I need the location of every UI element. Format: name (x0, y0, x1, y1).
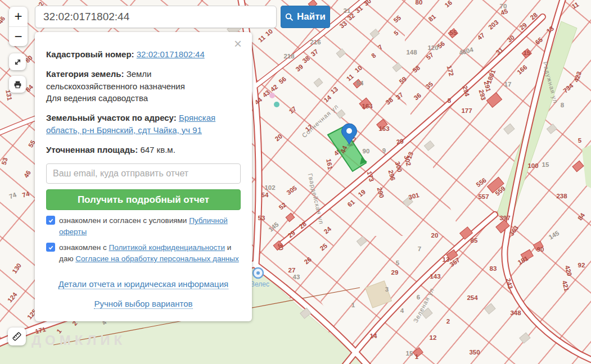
check-icon (48, 244, 54, 251)
map-label: 21 (344, 7, 351, 14)
map-label: 397 (499, 215, 510, 221)
map-label: 102 (264, 184, 275, 191)
map-label: 6 (417, 294, 420, 301)
map-label: 90 (363, 148, 370, 154)
map-label: 29 (396, 138, 404, 145)
checkbox-privacy[interactable] (46, 243, 55, 252)
map-label: 8 (448, 97, 452, 104)
report-details-link[interactable]: Детали отчета и юридическая информация (58, 279, 228, 289)
search-input[interactable] (35, 6, 277, 28)
parcel-info-panel: × Кадастровый номер: 32:02:0171802:44 Ка… (35, 32, 252, 321)
cadastral-number-link[interactable]: 32:02:0171802:44 (137, 49, 205, 59)
map-label: 177 (461, 107, 472, 114)
close-icon[interactable]: × (231, 37, 245, 51)
ruler-icon (11, 331, 22, 342)
map-label: 5 (578, 137, 582, 144)
map-label: 17 (504, 81, 512, 88)
agreement-offer-text: ознакомлен и согласен с условиями (59, 216, 187, 225)
print-button[interactable] (9, 76, 26, 93)
personal-data-consent-link[interactable]: Согласие на обработку персональных данны… (75, 254, 239, 263)
address-label: Земельный участок по адресу: (46, 113, 177, 122)
land-use-value: Для ведения садоводства (46, 93, 148, 103)
zoom-controls: + − (9, 7, 28, 46)
map-label: 54 (261, 192, 269, 198)
land-category-row: Категория земель: Земли сельскохозяйстве… (46, 68, 241, 104)
cadastral-number-label: Кадастровый номер: (46, 49, 134, 59)
map-label: 53 (258, 215, 265, 221)
map-label: 7 (418, 245, 421, 252)
get-report-button[interactable]: Получить подробный отчет (46, 189, 241, 210)
poi-dot-teal (274, 102, 279, 107)
map-label: 43 (293, 274, 300, 280)
map-label: 218 (283, 53, 295, 60)
agreement-privacy-text: ознакомлен с (59, 243, 107, 252)
search-button[interactable]: Найти (281, 6, 330, 28)
map-label: 15 (542, 161, 549, 168)
measure-button[interactable] (8, 327, 26, 345)
map-label: 148 (406, 49, 417, 56)
map-label: 29 (391, 269, 399, 276)
zoom-in-button[interactable]: + (9, 7, 28, 26)
map-label: 14 (370, 333, 377, 339)
map-label: 54 (357, 80, 364, 87)
map-label: 5 (396, 260, 400, 266)
map-label: 4 (400, 307, 404, 314)
search-icon (285, 13, 294, 21)
agreement-privacy-row: ознакомлен с Политикой конфиденциальност… (46, 242, 241, 264)
map-label: 100 (527, 162, 538, 169)
search-bar: Найти (35, 6, 330, 28)
search-button-label: Найти (297, 11, 326, 22)
map-label: 85 (471, 237, 478, 244)
privacy-policy-link[interactable]: Политикой конфиденциальности (109, 243, 225, 252)
map-label: 80 (416, 0, 423, 6)
map-label: 216 (310, 39, 321, 46)
map-label: 83 (490, 265, 497, 272)
map-label: 350 (469, 349, 480, 356)
land-category-label: Категория земель: (46, 69, 124, 79)
email-field[interactable] (46, 163, 241, 184)
watermark: ДОМКЛИК (31, 333, 126, 348)
map-label: 254 (467, 294, 478, 301)
check-icon (48, 217, 54, 224)
map-label: 1 (415, 353, 419, 360)
print-icon (13, 80, 22, 89)
fullscreen-button[interactable] (9, 53, 26, 70)
map-label: 3 (385, 286, 389, 293)
map-label: 238 (556, 193, 567, 199)
map-label: 163 (378, 125, 389, 132)
map-label: 12 (430, 334, 437, 341)
map-label: 557 (478, 193, 489, 200)
map-label: 27 (288, 267, 296, 274)
map-label: 164 (362, 103, 373, 110)
map-label: 1 (351, 302, 355, 308)
poi-veles-label: Велес (250, 280, 269, 288)
agreement-offer-row: ознакомлен и согласен с условиями Публич… (46, 215, 241, 237)
checkbox-offer[interactable] (46, 216, 55, 225)
map-label: 120 (427, 44, 438, 51)
map-label: 55 (450, 29, 457, 36)
zoom-out-button[interactable]: − (9, 27, 28, 47)
area-value: 647 кв.м. (140, 145, 175, 154)
map-label: 90 (537, 246, 544, 253)
map-label: 8 (561, 102, 565, 108)
map-label: 143 (430, 273, 440, 280)
map-label: 92 (578, 262, 585, 269)
map-label: 30 (277, 243, 285, 251)
cadastral-number-row: Кадастровый номер: 32:02:0171802:44 (46, 48, 241, 61)
fullscreen-icon (13, 58, 22, 66)
address-row: Земельный участок по адресу: Брянская об… (46, 112, 241, 136)
map-label: 15 (524, 49, 531, 56)
map-label: 9 (382, 147, 386, 154)
area-label: Уточненная площадь: (46, 145, 138, 154)
map-label: 348 (510, 310, 521, 316)
map-label: 20 (431, 232, 439, 239)
area-row: Уточненная площадь: 647 кв.м. (46, 144, 241, 156)
map-label: 15 (406, 350, 413, 357)
map-label: 2 (446, 318, 450, 325)
manual-select-link[interactable]: Ручной выбор вариантов (94, 299, 192, 309)
